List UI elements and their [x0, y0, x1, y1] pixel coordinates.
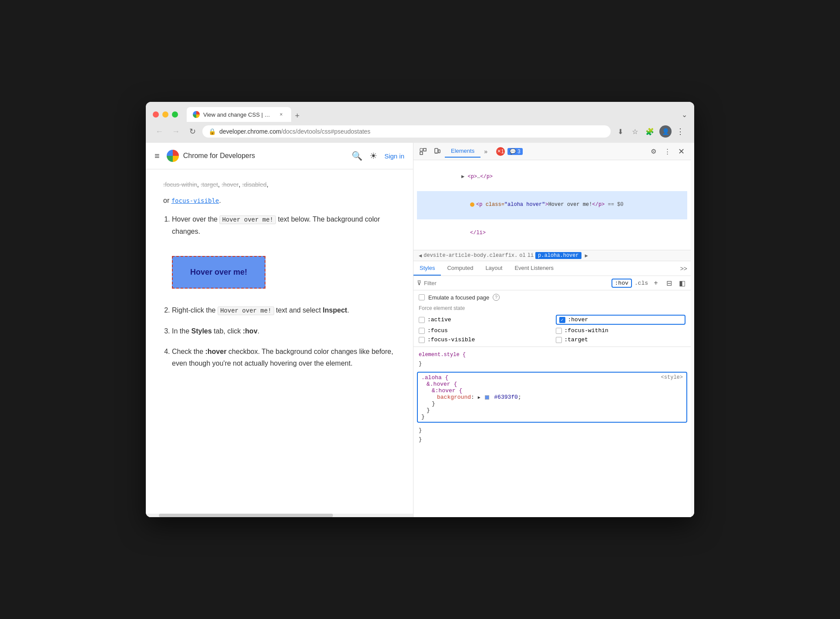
sign-in-button[interactable]: Sign in — [384, 152, 404, 160]
address-bar-row: ← → ↻ 🔒 developer.chrome.com/docs/devtoo… — [146, 122, 694, 143]
active-label: :active — [427, 316, 451, 323]
site-name: Chrome for Developers — [183, 152, 255, 160]
state-grid: :active :hover :focus :foc — [419, 315, 685, 343]
more-style-tabs-button[interactable]: >> — [677, 263, 691, 274]
add-style-button[interactable]: + — [651, 278, 661, 288]
webpage-panel: ≡ Chrome for Developers 🔍 ☀ Sign in :foc… — [146, 143, 413, 517]
more-tabs-button[interactable]: » — [480, 146, 491, 157]
layout-tab[interactable]: Layout — [479, 261, 508, 276]
hov-badge[interactable]: :hov — [612, 279, 632, 288]
inspect-bold: Inspect — [323, 306, 347, 314]
element-style-rule: element.style { } — [413, 349, 691, 370]
toggle-style-button[interactable]: ⊟ — [664, 278, 674, 288]
color-swatch-icon[interactable] — [485, 395, 489, 400]
breadcrumb-item-4-selected[interactable]: p.aloha.hover — [535, 252, 581, 259]
cast-button[interactable]: ⬇ — [614, 125, 626, 138]
computed-tab[interactable]: Computed — [441, 261, 479, 276]
list-item: Hover over the Hover over me! text below… — [172, 213, 396, 296]
error-count: 1 — [501, 148, 504, 155]
emulate-checkbox[interactable] — [419, 294, 425, 300]
active-checkbox[interactable] — [419, 317, 425, 323]
back-button[interactable]: ← — [153, 125, 166, 138]
orange-dot-icon — [470, 202, 474, 207]
new-tab-button[interactable]: + — [291, 110, 303, 122]
hover-checkbox[interactable] — [559, 317, 565, 323]
emulate-row: Emulate a focused page ? — [419, 294, 685, 301]
tab-close-button[interactable]: × — [277, 111, 285, 118]
aloha-rule-block: <style> .aloha { &.hover { &:hover { bac… — [417, 372, 687, 423]
target-checkbox[interactable] — [556, 337, 562, 343]
search-button[interactable]: 🔍 — [352, 151, 363, 161]
info-icon[interactable]: ? — [493, 294, 500, 301]
focus-checkbox[interactable] — [419, 328, 425, 334]
dom-line-1: ▶ <p>…</p> — [417, 163, 687, 191]
focus-visible-checkbox[interactable] — [419, 337, 425, 343]
maximize-window-button[interactable] — [172, 111, 178, 118]
breadcrumb-item-1[interactable]: devsite-article-body.clearfix. — [423, 252, 517, 259]
focus-within-checkbox[interactable] — [556, 328, 562, 334]
dom-breadcrumb: ◀ devsite-article-body.clearfix. ol li p… — [413, 250, 691, 261]
theme-toggle-button[interactable]: ☀ — [370, 151, 377, 161]
address-bar[interactable]: 🔒 developer.chrome.com/docs/devtools/css… — [202, 125, 611, 138]
chevron-down-icon[interactable]: ⌄ — [682, 111, 687, 119]
close-window-button[interactable] — [153, 111, 159, 118]
target-label: :target — [564, 336, 588, 343]
state-target-item: :target — [556, 336, 686, 343]
instruction-list: Hover over the Hover over me! text below… — [172, 213, 396, 369]
aloha-selector: .aloha { — [421, 374, 448, 381]
elements-tab[interactable]: Elements — [445, 145, 480, 158]
inspect-element-tool[interactable] — [417, 145, 429, 158]
hover-demo-box[interactable]: Hover over me! — [172, 256, 265, 289]
minimize-window-button[interactable] — [162, 111, 168, 118]
filter-bar: ⊽ :hov .cls + ⊟ ◧ — [413, 276, 691, 290]
error-badge: ✕ 1 — [496, 147, 505, 156]
svg-rect-2 — [420, 152, 423, 155]
style-source[interactable]: <style> — [661, 374, 683, 380]
devtools-scrollbar[interactable] — [691, 143, 694, 517]
address-path: /docs/devtools/css#pseudostates — [281, 128, 370, 135]
dom-line-2-selected[interactable]: <p class="aloha hover">Hover over me!</p… — [417, 191, 687, 219]
settings-button[interactable]: ⚙ — [647, 145, 659, 158]
dom-line-3: </li> — [417, 219, 687, 248]
active-tab[interactable]: View and change CSS | Chr… × — [187, 107, 291, 122]
styles-tab[interactable]: Styles — [413, 261, 441, 276]
hover-pseudo-selector: &:hover { — [421, 387, 462, 394]
layout-button[interactable]: ◧ — [677, 278, 687, 288]
background-value: #6393f0 — [494, 394, 518, 400]
extensions-button[interactable]: 🧩 — [644, 125, 656, 138]
hover-nested-close: } — [421, 407, 430, 414]
breadcrumb-item-3[interactable]: li — [528, 252, 534, 259]
list-text-1: Hover over the Hover over me! text below… — [172, 215, 380, 235]
filter-input[interactable] — [424, 280, 609, 286]
profile-button[interactable]: 👤 — [659, 125, 672, 138]
top-links: :focus-within, :target, :hover, :disable… — [163, 178, 396, 191]
hamburger-icon[interactable]: ≡ — [155, 151, 160, 161]
hover-label: :hover — [568, 316, 588, 323]
focus-visible-link[interactable]: focus-visible — [171, 197, 219, 204]
styles-bold: Styles — [191, 327, 212, 335]
breadcrumb-left-arrow[interactable]: ◀ — [417, 252, 423, 259]
breadcrumb-right-arrow[interactable]: ▶ — [583, 252, 590, 259]
property-expand-icon[interactable]: ▶ — [478, 395, 480, 400]
state-focus-item: :focus — [419, 327, 549, 334]
devtools-close-button[interactable]: ✕ — [675, 145, 687, 158]
emulate-label: Emulate a focused page — [428, 294, 489, 301]
reload-button[interactable]: ↻ — [186, 125, 199, 138]
menu-button[interactable]: ⋮ — [673, 124, 687, 138]
warning-badge: 💬 3 — [507, 148, 523, 155]
breadcrumb-item-2[interactable]: ol — [519, 252, 525, 259]
window-controls — [153, 111, 178, 118]
devtools-toolbar-end: ⚙ ⋮ ✕ — [647, 145, 687, 158]
horizontal-scrollbar[interactable] — [146, 514, 413, 517]
forward-button[interactable]: → — [169, 125, 182, 138]
article-content: :focus-within, :target, :hover, :disable… — [146, 169, 413, 395]
focus-within-label: :focus-within — [564, 327, 608, 334]
device-emulation-tool[interactable] — [431, 145, 443, 158]
hover-code-1: Hover over me! — [219, 215, 276, 224]
cls-label[interactable]: .cls — [635, 280, 648, 286]
bookmark-button[interactable]: ☆ — [629, 125, 641, 138]
list-text-4: Check the :hover checkbox. The backgroun… — [172, 348, 393, 367]
element-style-selector: element.style { — [419, 352, 466, 358]
event-listeners-tab[interactable]: Event Listeners — [508, 261, 560, 276]
devtools-menu-button[interactable]: ⋮ — [661, 145, 673, 158]
